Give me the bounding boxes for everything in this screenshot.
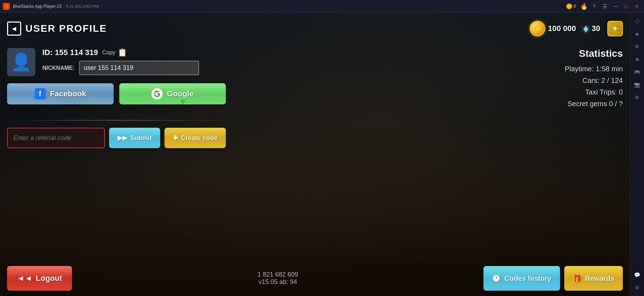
create-code-button[interactable]: ✚ Create code [164,128,226,148]
profile-info: ID: 155 114 319 Copy 📋 NICKNAME: [42,48,226,75]
sidebar-icon-6[interactable]: 📷 [632,79,643,90]
avatar: 👤 [7,48,35,76]
sidebar-icon-7[interactable]: ⚙ [632,92,643,103]
referral-code-input[interactable] [7,128,105,148]
right-sidebar: ⬡ ◈ ⚙ ⊕ 🎮 📷 ⚙ 💬 ⚙ [630,13,644,296]
facebook-icon: f [35,88,46,99]
discord-icon[interactable]: 💬 [632,269,643,280]
bluestacks-logo [3,3,10,10]
nickname-input[interactable] [79,61,199,75]
coin-icon: 🪙 [530,21,545,36]
create-code-icon: ✚ [173,134,178,142]
help-button[interactable]: ? [591,3,598,10]
logout-button[interactable]: ◄◄ Logout [7,266,72,291]
back-arrow-icon: ◄ [7,22,21,36]
bottom-bar: ◄◄ Logout 1 821 682 609 v15.05 ab: 94 🕐 … [0,261,630,296]
diamonds-display: ♦ 30 [583,22,600,35]
profile-header: 👤 ID: 155 114 319 Copy 📋 NICKNAME: [7,48,226,76]
menu-button[interactable]: ☰ [601,3,609,10]
bottom-right-buttons: 🕐 Codes history 🎁 Rewards [483,266,623,291]
rewards-button[interactable]: 🎁 Rewards [564,266,623,291]
logout-icon: ◄◄ [17,274,32,283]
secret-gems-stat: Secret gems 0 / ? [496,100,623,108]
social-buttons: f Facebook Google [7,83,226,104]
minimize-button[interactable]: ─ [612,3,620,10]
bluestacks-bar: BlueStacks App Player 23 5.21.650.1063 P… [0,0,644,13]
taxi-trips-stat: Taxi Trips: 0 [496,88,623,96]
user-id: ID: 155 114 319 Copy 📋 [42,48,226,57]
plus-indicator: + [180,96,186,107]
rewards-icon: 🎁 [573,274,582,283]
header: ◄ USER PROFILE 🪙 100 000 ♦ 30 + [0,13,630,44]
close-button[interactable]: ✕ [633,3,641,10]
header-right: 🪙 100 000 ♦ 30 + [530,21,623,36]
statistics-panel: Statistics Playtime: 1:58 min Cars: 2 / … [496,48,623,111]
game-ui: ◄ USER PROFILE 🪙 100 000 ♦ 30 + 👤 [0,13,630,296]
bluestacks-icon1[interactable]: 🔥 [580,2,588,10]
bluestacks-coin-icon [566,4,572,9]
submit-icon: ▶▶ [118,134,127,142]
sidebar-icon-4[interactable]: ⊕ [632,54,643,65]
version-info: 1 821 682 609 v15.05 ab: 94 [78,271,478,286]
facebook-button[interactable]: f Facebook [7,83,114,104]
avatar-figure: 👤 [11,52,32,72]
statistics-title: Statistics [496,48,623,59]
add-currency-button[interactable]: + [607,21,623,36]
coins-display: 🪙 100 000 [530,21,576,36]
codes-history-button[interactable]: 🕐 Codes history [483,266,560,291]
diamond-icon: ♦ [583,22,589,35]
nickname-label: NICKNAME: [42,65,75,71]
cars-stat: Cars: 2 / 124 [496,77,623,85]
codes-history-icon: 🕐 [492,274,501,283]
back-button[interactable]: ◄ [7,22,21,36]
sidebar-settings-icon[interactable]: ⚙ [632,282,643,293]
copy-button[interactable]: Copy 📋 [102,48,127,57]
maximize-button[interactable]: □ [623,3,630,10]
bluestacks-right-icons: 🔥 ? ☰ ─ □ ✕ [580,2,641,10]
page-title: USER PROFILE [25,23,107,34]
diamonds-value: 30 [592,24,600,33]
referral-section: ▶▶ Submit ✚ Create code [7,128,226,148]
copy-icon: 📋 [118,48,127,57]
submit-button[interactable]: ▶▶ Submit [109,128,160,148]
bluestacks-coins: 0 [566,4,576,9]
google-button[interactable]: Google [119,83,226,104]
coins-value: 100 000 [548,24,576,33]
sidebar-icon-1[interactable]: ⬡ [632,16,643,27]
sidebar-icon-5[interactable]: 🎮 [632,66,643,78]
google-icon [151,88,163,99]
divider [7,120,226,121]
nickname-row: NICKNAME: [42,61,226,75]
sidebar-icon-2[interactable]: ◈ [632,28,643,40]
profile-panel: 👤 ID: 155 114 319 Copy 📋 NICKNAME: [7,48,226,148]
playtime-stat: Playtime: 1:58 min [496,65,623,73]
bluestacks-title: BlueStacks App Player 23 5.21.650.1063 P… [13,4,566,9]
sidebar-icon-3[interactable]: ⚙ [632,41,643,52]
